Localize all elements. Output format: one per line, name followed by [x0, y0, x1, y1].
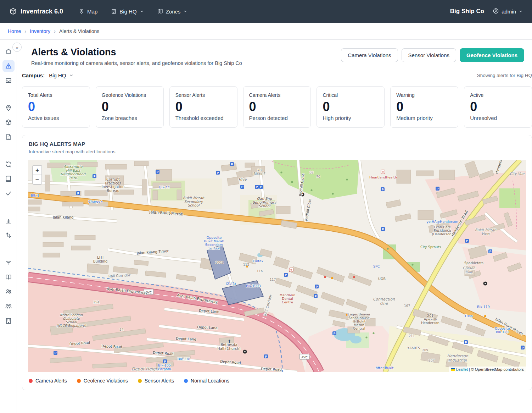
- user-icon: [493, 8, 499, 15]
- parking-marker: P: [284, 273, 288, 277]
- map-label: (2)/(3): [226, 282, 236, 286]
- osm-attribution: © OpenStreetMap contributors: [471, 367, 524, 371]
- svg-text:P: P: [522, 346, 524, 349]
- parking-marker: P: [315, 285, 319, 288]
- stat-value: 0: [323, 99, 379, 114]
- attribution-separator: |: [469, 367, 470, 371]
- svg-text:P: P: [316, 285, 318, 288]
- top-navbar: Inventrack 6.0 Map Big HQ Zones Big Ship…: [0, 0, 532, 23]
- map-label: UOB: [378, 277, 386, 281]
- map-label: Blk 44: [159, 185, 170, 189]
- map-label: 1002: [215, 261, 223, 264]
- app-brand[interactable]: Inventrack 6.0: [9, 7, 63, 15]
- sidebar-collapse-button[interactable]: »: [12, 43, 22, 52]
- map-label: Blk 119: [477, 305, 490, 309]
- legend-dot-icon: [184, 379, 188, 383]
- breadcrumb: Home › Inventory › Alerts & Violations: [0, 23, 532, 40]
- parking-marker: P: [230, 162, 234, 166]
- svg-text:P: P: [315, 294, 317, 298]
- breadcrumb-home[interactable]: Home: [8, 28, 21, 34]
- nav-item-campus[interactable]: Big HQ: [111, 9, 144, 15]
- map-canvas[interactable]: ✝ PPPPPPPPPPPPPPPPPPPPPP AYEAYE Alexandr…: [28, 160, 526, 372]
- stat-sublabel: Medium priority: [396, 115, 452, 121]
- stat-card: Sensor Alerts0Threshold exceeded: [169, 86, 237, 128]
- sidebar-building-button[interactable]: [2, 315, 15, 327]
- map-card-title: BIG HQ ALERTS MAP: [29, 141, 525, 147]
- building-icon: [111, 9, 117, 14]
- parking-marker: P: [314, 294, 318, 298]
- map-label: 25A: [93, 301, 100, 304]
- map-label: City Vue: [510, 172, 525, 176]
- map-pin-icon: [79, 9, 84, 14]
- zoom-in-button[interactable]: +: [33, 166, 41, 175]
- parking-marker: P: [264, 354, 268, 358]
- legend-label: Sensor Alerts: [145, 378, 174, 384]
- legend-item: Geofence Violations: [77, 378, 128, 384]
- camera-violations-button[interactable]: Camera Violations: [341, 48, 398, 62]
- svg-text:P: P: [231, 163, 233, 166]
- svg-text:P: P: [164, 360, 166, 363]
- map-label: Depot Road: [101, 344, 122, 349]
- svg-text:P: P: [265, 355, 267, 358]
- parking-marker: P: [156, 170, 159, 174]
- sidebar-package-button[interactable]: [2, 116, 15, 128]
- zoom-out-button[interactable]: −: [33, 175, 41, 184]
- map-label: 70: [316, 175, 320, 178]
- sidebar-wifi-button[interactable]: [2, 257, 15, 269]
- svg-text:P: P: [241, 185, 243, 189]
- svg-text:P: P: [489, 250, 492, 253]
- parking-marker: P: [465, 239, 469, 243]
- sidebar-chart-button[interactable]: [2, 215, 15, 227]
- map-label: 211: [409, 334, 415, 338]
- stat-label: Total Alerts: [28, 92, 84, 98]
- aye-road-badge: AYE: [299, 354, 309, 359]
- breadcrumb-inventory[interactable]: Inventory: [30, 28, 50, 34]
- map-label: OppositeBlk 120: [495, 326, 510, 334]
- sidebar-catalog-button[interactable]: [2, 271, 15, 283]
- campus-select[interactable]: Big HQ: [49, 72, 73, 78]
- sidebar-users-button[interactable]: [2, 286, 15, 298]
- logo-cube-icon: [9, 7, 17, 15]
- legend-label: Camera Alerts: [35, 378, 67, 384]
- map-label: Econ CareResidence(Henderson): [432, 225, 453, 236]
- map-label: HeartlandHealth: [369, 175, 397, 179]
- stat-label: Geofence Violations: [102, 92, 158, 98]
- svg-text:P: P: [77, 192, 79, 195]
- sidebar-location-button[interactable]: [2, 102, 15, 114]
- sidebar-book-button[interactable]: [2, 173, 15, 185]
- stat-sublabel: Active issues: [28, 115, 84, 121]
- nav-item-zones[interactable]: Zones: [157, 9, 188, 15]
- sidebar-inbox-button[interactable]: [2, 75, 15, 87]
- sidebar-sync-button[interactable]: [2, 158, 15, 170]
- nav-item-label: Map: [87, 9, 97, 15]
- svg-text:P: P: [94, 175, 96, 178]
- svg-text:P: P: [382, 188, 384, 191]
- sidebar-transfer-button[interactable]: [2, 229, 15, 241]
- user-menu[interactable]: admin: [493, 8, 523, 15]
- sidebar-document-button[interactable]: [2, 131, 15, 143]
- chevron-down-icon: [69, 73, 74, 78]
- svg-text:P: P: [437, 187, 439, 191]
- svg-text:P: P: [260, 185, 262, 189]
- nav-item-map[interactable]: Map: [79, 9, 97, 15]
- sensor-violations-button[interactable]: Sensor Violations: [402, 48, 456, 62]
- sidebar-team-button[interactable]: [2, 300, 15, 312]
- legend-dot-icon: [77, 379, 81, 383]
- map-label: Y2ARTS: [407, 346, 420, 350]
- stat-sublabel: Zone breaches: [102, 115, 158, 121]
- user-name: admin: [502, 9, 516, 15]
- stats-row: Total Alerts0Active issuesGeofence Viola…: [22, 86, 532, 128]
- leaflet-link[interactable]: Leaflet: [456, 367, 468, 371]
- sidebar-tasks-button[interactable]: [2, 187, 15, 199]
- sidebar-alerts-button[interactable]: [2, 60, 15, 72]
- stat-card: Warning0Medium priority: [390, 86, 458, 128]
- chevron-down-icon: [519, 9, 523, 15]
- map-label: 115: [243, 263, 249, 266]
- chevron-down-icon: [140, 9, 144, 13]
- stat-card: Critical0High priority: [317, 86, 385, 128]
- map-label: Hive: [239, 177, 247, 181]
- stat-sublabel: Threshold exceeded: [175, 115, 231, 121]
- map-label: 68: [309, 171, 314, 174]
- geofence-violations-button[interactable]: Geofence Violations: [460, 48, 524, 62]
- stat-sublabel: High priority: [323, 115, 379, 121]
